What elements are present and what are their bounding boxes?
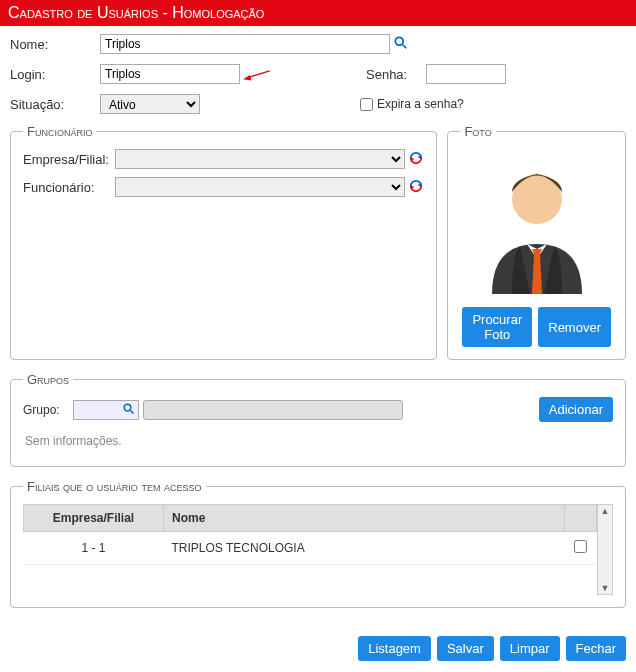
col-check (565, 505, 597, 532)
grupo-display (143, 400, 403, 420)
svg-line-1 (403, 44, 407, 48)
svg-point-11 (124, 404, 131, 411)
limpar-button[interactable]: Limpar (500, 636, 560, 661)
scroll-down-icon[interactable]: ▼ (600, 582, 611, 594)
cell-nome: TRIPLOS TECNOLOGIA (164, 532, 565, 565)
page-title: Cadastro de Usuários - Homologação (8, 4, 264, 21)
svg-point-0 (395, 37, 403, 45)
refresh-icon[interactable] (409, 179, 423, 196)
nome-input[interactable] (100, 34, 390, 54)
col-empresa-filial: Empresa/Filial (24, 505, 164, 532)
login-input[interactable] (100, 64, 240, 84)
funcionario-label: Funcionário: (23, 180, 115, 195)
svg-marker-3 (243, 75, 251, 81)
filiais-table: Empresa/Filial Nome 1 - 1TRIPLOS TECNOLO… (23, 504, 597, 565)
refresh-icon[interactable] (409, 151, 423, 168)
funcionario-legend: Funcionário (23, 124, 96, 139)
avatar (467, 149, 607, 299)
senha-input[interactable] (426, 64, 506, 84)
adicionar-button[interactable]: Adicionar (539, 397, 613, 422)
remover-foto-button[interactable]: Remover (538, 307, 611, 347)
search-icon[interactable] (123, 402, 135, 418)
fechar-button[interactable]: Fechar (566, 636, 626, 661)
empresa-select[interactable] (115, 149, 405, 169)
grupos-empty: Sem informações. (23, 428, 613, 454)
nome-label: Nome: (10, 37, 100, 52)
scrollbar[interactable]: ▲ ▼ (597, 504, 613, 595)
salvar-button[interactable]: Salvar (437, 636, 494, 661)
col-nome: Nome (164, 505, 565, 532)
search-icon[interactable] (394, 36, 408, 53)
scroll-up-icon[interactable]: ▲ (600, 505, 611, 517)
svg-line-2 (247, 71, 269, 78)
page-header: Cadastro de Usuários - Homologação (0, 0, 636, 26)
listagem-button[interactable]: Listagem (358, 636, 431, 661)
filiais-legend: Filiais que o usuário tem acesso (23, 479, 206, 494)
grupo-label: Grupo: (23, 403, 73, 417)
row-checkbox[interactable] (574, 540, 587, 553)
annotation-arrow-icon (243, 68, 271, 82)
procurar-foto-button[interactable]: Procurar Foto (462, 307, 532, 347)
svg-line-12 (131, 410, 134, 413)
situacao-label: Situação: (10, 97, 100, 112)
senha-label: Senha: (366, 67, 426, 82)
table-row: 1 - 1TRIPLOS TECNOLOGIA (24, 532, 597, 565)
cell-ef: 1 - 1 (24, 532, 164, 565)
empresa-label: Empresa/Filial: (23, 152, 115, 167)
funcionario-select[interactable] (115, 177, 405, 197)
grupos-legend: Grupos (23, 372, 73, 387)
expira-label: Expira a senha? (377, 97, 464, 111)
login-label: Login: (10, 67, 100, 82)
situacao-select[interactable]: Ativo (100, 94, 200, 114)
foto-legend: Foto (460, 124, 495, 139)
expira-checkbox[interactable] (360, 98, 373, 111)
